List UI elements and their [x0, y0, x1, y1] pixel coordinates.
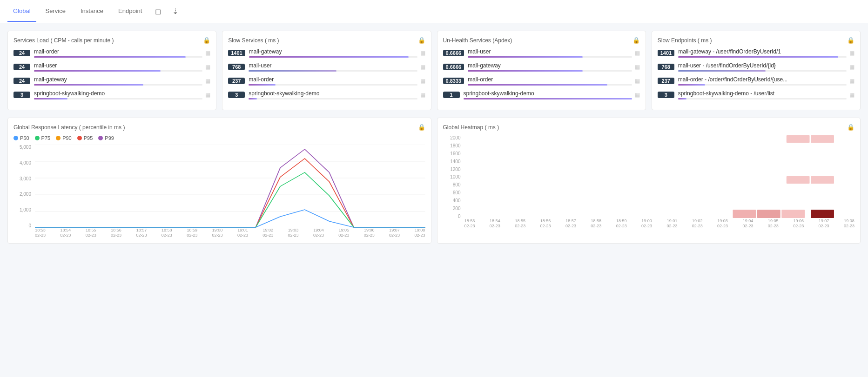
- copy-icon[interactable]: ▦: [849, 64, 855, 70]
- copy-icon[interactable]: ▦: [635, 50, 640, 56]
- top-navigation: Global Service Instance Endpoint ◻ ⇣: [0, 0, 868, 23]
- service-badge: 3: [658, 92, 674, 98]
- service-info: mall-user: [34, 62, 202, 72]
- copy-icon[interactable]: ▦: [849, 92, 855, 98]
- y-label: 800: [453, 182, 461, 187]
- x-label: 18:5402-23: [490, 218, 500, 229]
- service-info: springboot-skywalking-demo: [464, 90, 632, 99]
- list-item: 24 mall-user ▦: [13, 62, 210, 72]
- x-label: 19:0702-23: [389, 228, 400, 238]
- progress-bar: [249, 70, 336, 72]
- copy-icon[interactable]: ▦: [635, 64, 640, 70]
- heatmap-chart-title: Global Heatmap ( ms ): [443, 124, 499, 131]
- tab-instance[interactable]: Instance: [75, 1, 109, 22]
- p99-dot: [98, 136, 103, 140]
- latency-chart-title: Global Response Latency ( percentile in …: [13, 124, 125, 131]
- x-label: 19:0002-23: [641, 218, 652, 229]
- progress-bar: [468, 56, 583, 58]
- x-label: 18:5902-23: [187, 228, 197, 238]
- progress-bar: [34, 70, 161, 72]
- progress-bar: [34, 98, 67, 99]
- slow-endpoints-title: Slow Endpoints ( ms ): [658, 37, 712, 44]
- progress-bar-container: [249, 56, 417, 58]
- copy-icon[interactable]: ▦: [420, 92, 425, 98]
- lock-icon[interactable]: 🔒: [203, 37, 210, 44]
- x-label: 18:5602-23: [111, 228, 121, 238]
- main-content: Services Load ( CPM - calls per minute )…: [0, 23, 868, 251]
- svg-rect-6: [786, 135, 809, 143]
- folder-icon[interactable]: ◻: [151, 5, 165, 18]
- list-item: 1401 mall-gateway - /user/findOrderByUse…: [658, 48, 855, 58]
- lock-icon[interactable]: 🔒: [847, 37, 855, 44]
- lock-icon[interactable]: 🔒: [418, 37, 425, 44]
- services-load-title: Services Load ( CPM - calls per minute ): [13, 37, 114, 44]
- progress-bar: [678, 56, 838, 58]
- x-label: 18:5502-23: [86, 228, 96, 238]
- list-item: 0.6666 mall-user ▦: [443, 48, 640, 58]
- tab-service[interactable]: Service: [40, 1, 71, 22]
- x-label: 19:0602-23: [364, 228, 375, 238]
- copy-icon[interactable]: ▦: [420, 78, 425, 84]
- y-label: 3,000: [20, 176, 31, 181]
- copy-icon[interactable]: ▦: [205, 78, 210, 84]
- x-axis: 18:5302-23 18:5402-23 18:5502-23 18:5602…: [35, 228, 425, 238]
- copy-icon[interactable]: ▦: [420, 64, 425, 70]
- heatmap-plot: [464, 135, 855, 219]
- copy-icon[interactable]: ▦: [849, 78, 855, 84]
- list-item: 768 mall-user - /user/findOrderByUserId/…: [658, 62, 855, 72]
- service-badge: 768: [228, 64, 245, 70]
- service-info: mall-order: [34, 48, 202, 58]
- list-item: 0.6666 mall-gateway ▦: [443, 62, 640, 72]
- copy-icon[interactable]: ▦: [420, 50, 425, 56]
- x-label: 19:0302-23: [717, 218, 728, 229]
- slow-services-card: Slow Services ( ms ) 🔒 1401 mall-gateway…: [222, 31, 431, 110]
- lock-icon[interactable]: 🔒: [418, 124, 425, 131]
- y-label: 2,000: [20, 192, 31, 197]
- progress-bar-container: [678, 70, 847, 72]
- y-axis: 5,000 4,000 3,000 2,000 1,000 0: [13, 145, 33, 228]
- copy-icon[interactable]: ▦: [205, 50, 210, 56]
- svg-rect-13: [781, 210, 805, 218]
- progress-bar: [249, 56, 409, 58]
- progress-bar-container: [249, 84, 417, 86]
- svg-rect-9: [811, 176, 834, 184]
- lock-icon[interactable]: 🔒: [632, 37, 640, 44]
- service-name: mall-user: [468, 48, 632, 55]
- copy-icon[interactable]: ▦: [635, 92, 640, 98]
- lock-icon[interactable]: 🔒: [847, 124, 855, 131]
- copy-icon[interactable]: ▦: [205, 92, 210, 98]
- legend-p99: P99: [98, 135, 114, 141]
- list-item: 1 springboot-skywalking-demo ▦: [443, 90, 640, 99]
- progress-bar-container: [249, 70, 417, 72]
- tab-global[interactable]: Global: [7, 1, 36, 22]
- y-label: 1600: [450, 151, 460, 156]
- progress-bar: [249, 84, 276, 86]
- legend-p50: P50: [13, 135, 29, 141]
- x-label: 18:5702-23: [136, 228, 147, 238]
- service-badge: 768: [658, 64, 674, 70]
- service-info: springboot-skywalking-demo - /user/list: [678, 90, 847, 99]
- list-item: 0.8333 mall-order ▦: [443, 76, 640, 86]
- progress-bar-container: [468, 84, 632, 86]
- tab-endpoint[interactable]: Endpoint: [113, 1, 148, 22]
- copy-icon[interactable]: ▦: [849, 50, 855, 56]
- p90-label: P90: [62, 135, 72, 141]
- download-icon[interactable]: ⇣: [168, 5, 182, 18]
- progress-bar: [249, 98, 257, 99]
- service-name: springboot-skywalking-demo - /user/list: [678, 90, 847, 97]
- list-item: 237 mall-order ▦: [228, 76, 425, 86]
- x-label: 18:5402-23: [60, 228, 71, 238]
- x-label: 19:0402-23: [742, 218, 753, 229]
- unhealth-services-card: Un-Health Services (Apdex) 🔒 0.6666 mall…: [437, 31, 646, 110]
- svg-rect-12: [733, 210, 756, 218]
- y-label: 1,000: [20, 207, 31, 212]
- service-info: mall-order: [468, 76, 632, 86]
- progress-bar-container: [678, 56, 847, 58]
- latency-chart-card: Global Response Latency ( percentile in …: [7, 118, 431, 244]
- copy-icon[interactable]: ▦: [635, 78, 640, 84]
- copy-icon[interactable]: ▦: [205, 64, 210, 70]
- y-label: 1400: [450, 159, 460, 164]
- x-label: 18:5302-23: [35, 228, 46, 238]
- progress-bar-container: [468, 56, 632, 58]
- y-label: 5,000: [20, 145, 31, 150]
